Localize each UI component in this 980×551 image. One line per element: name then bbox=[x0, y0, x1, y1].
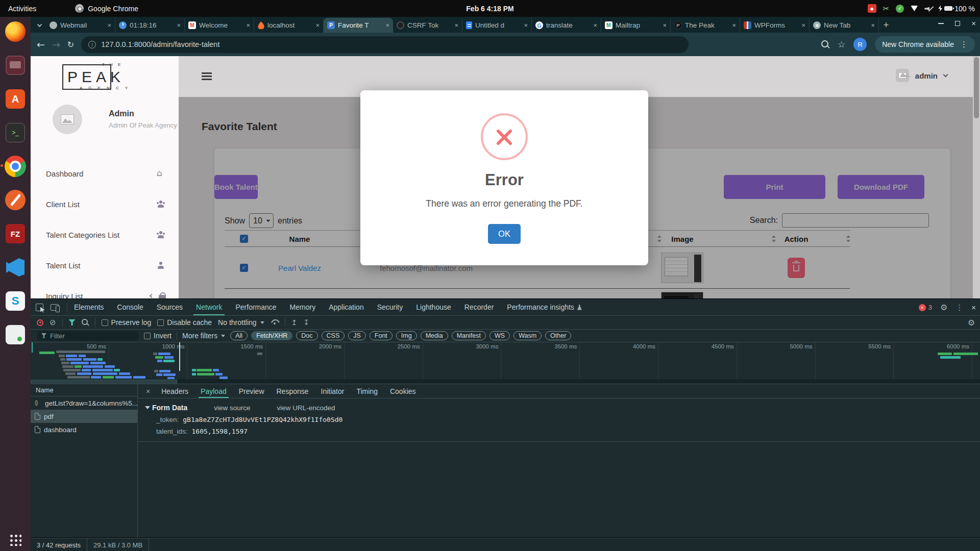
request-type-filter[interactable]: Fetch/XHR bbox=[251, 331, 292, 340]
browser-menu-icon[interactable]: ⋮ bbox=[960, 40, 968, 49]
request-type-filter[interactable]: CSS bbox=[322, 331, 345, 340]
filter-input[interactable] bbox=[50, 332, 127, 340]
request-type-filter[interactable]: Wasm bbox=[513, 331, 542, 340]
dock-item[interactable] bbox=[5, 21, 26, 42]
request-type-filter[interactable]: Manifest bbox=[452, 331, 486, 340]
request-type-filter[interactable]: WS bbox=[489, 331, 510, 340]
record-network-icon[interactable] bbox=[37, 319, 43, 326]
peak-agency-logo[interactable]: T H E PEAK A G E N C Y bbox=[62, 61, 148, 93]
dock-item[interactable] bbox=[5, 223, 26, 244]
filter-input-box[interactable] bbox=[37, 331, 139, 341]
window-close-button[interactable]: × bbox=[971, 19, 976, 27]
new-tab-button[interactable]: + bbox=[879, 18, 893, 32]
request-type-filter[interactable]: All bbox=[230, 331, 248, 340]
filter-icon[interactable] bbox=[69, 319, 76, 325]
export-har-icon[interactable]: ↧ bbox=[303, 318, 309, 327]
browser-tab[interactable]: translate × bbox=[532, 18, 601, 33]
tab-close-icon[interactable]: × bbox=[246, 21, 250, 29]
request-type-filter[interactable]: Img bbox=[396, 331, 417, 340]
tab-close-icon[interactable]: × bbox=[454, 21, 458, 29]
tab-search-button[interactable] bbox=[33, 18, 46, 32]
inspect-element-icon[interactable] bbox=[36, 304, 43, 311]
request-type-filter[interactable]: Font bbox=[370, 331, 393, 340]
devtools-tab[interactable]: Recorder bbox=[458, 299, 501, 315]
form-data-title[interactable]: Form Data bbox=[152, 404, 187, 412]
devtools-settings-icon[interactable]: ⚙ bbox=[940, 303, 947, 312]
page-scrollbar[interactable] bbox=[973, 56, 980, 298]
browser-tab[interactable]: Welcome × bbox=[185, 18, 254, 33]
navbar-user[interactable]: admin bbox=[896, 69, 947, 82]
devtools-tab[interactable]: Sources bbox=[150, 299, 189, 315]
timeline-scrollbar[interactable] bbox=[31, 379, 980, 384]
request-type-filter[interactable]: Other bbox=[545, 331, 571, 340]
sidebar-item[interactable]: Inquiry List bbox=[31, 281, 179, 298]
tab-close-icon[interactable]: × bbox=[177, 21, 181, 29]
tab-close-icon[interactable]: × bbox=[593, 21, 597, 29]
devtools-tab[interactable]: Performance bbox=[229, 299, 283, 315]
request-row[interactable]: dashboard bbox=[31, 423, 137, 436]
sidebar-item[interactable]: Dashboard bbox=[31, 158, 179, 189]
invert-checkbox[interactable]: Invert bbox=[144, 332, 172, 340]
request-list-header[interactable]: Name bbox=[31, 384, 137, 396]
back-button[interactable]: ← bbox=[37, 39, 45, 50]
address-field[interactable]: i 127.0.0.1:8000/admin/favorite-talent bbox=[81, 36, 689, 53]
browser-tab[interactable]: WPForms × bbox=[740, 18, 810, 33]
request-row[interactable]: pdf bbox=[31, 410, 137, 423]
focused-app-indicator[interactable]: Google Chrome bbox=[75, 4, 138, 13]
maximize-button[interactable] bbox=[955, 21, 960, 26]
dock-item[interactable] bbox=[5, 122, 26, 143]
profile-avatar[interactable]: R bbox=[853, 38, 867, 51]
detail-tab[interactable]: Headers bbox=[155, 384, 194, 398]
search-icon[interactable] bbox=[82, 319, 89, 326]
browser-tab[interactable]: Untitled d × bbox=[462, 18, 532, 33]
request-type-filter[interactable]: JS bbox=[348, 331, 366, 340]
tab-close-icon[interactable]: × bbox=[107, 21, 111, 29]
request-type-filter[interactable]: Doc bbox=[296, 331, 317, 340]
ok-button[interactable]: OK bbox=[488, 224, 521, 244]
sidebar-item[interactable]: Talent Categories List bbox=[31, 219, 179, 250]
devtools-close-icon[interactable]: × bbox=[971, 303, 976, 312]
network-conditions-icon[interactable] bbox=[271, 319, 279, 325]
collapse-triangle-icon[interactable] bbox=[145, 406, 150, 409]
detail-tab[interactable]: Payload bbox=[194, 384, 233, 398]
browser-tab[interactable]: Favorite T × bbox=[324, 18, 393, 33]
clear-network-icon[interactable]: ⊘ bbox=[50, 319, 56, 327]
network-overview-timeline[interactable]: 500 ms1000 ms1500 ms2000 ms2500 ms3000 m… bbox=[31, 342, 980, 384]
tab-close-icon[interactable]: × bbox=[385, 21, 389, 29]
minimize-button[interactable] bbox=[938, 23, 944, 24]
view-source-link[interactable]: view source bbox=[214, 404, 250, 412]
tab-close-icon[interactable]: × bbox=[871, 21, 875, 29]
clock[interactable]: Feb 6 4:18 PM bbox=[466, 5, 513, 13]
dock-item[interactable] bbox=[5, 88, 26, 110]
browser-tab[interactable]: CSRF Tok × bbox=[393, 18, 462, 33]
show-applications-button[interactable] bbox=[9, 534, 21, 546]
dock-item[interactable] bbox=[5, 189, 26, 211]
tab-close-icon[interactable]: × bbox=[315, 21, 320, 29]
browser-tab[interactable]: The Peak × bbox=[671, 18, 740, 33]
activities-button[interactable]: Activities bbox=[0, 5, 44, 13]
reload-button[interactable]: ↻ bbox=[67, 40, 74, 49]
browser-tab[interactable]: 01:18:16 × bbox=[115, 18, 185, 33]
tab-close-icon[interactable]: × bbox=[801, 21, 805, 29]
forward-button[interactable]: → bbox=[52, 39, 60, 50]
disable-cache-checkbox[interactable]: Disable cache bbox=[157, 318, 212, 327]
detail-tab[interactable]: Timing bbox=[350, 384, 384, 398]
error-count-badge[interactable]: × 3 bbox=[919, 304, 932, 311]
close-detail-icon[interactable]: × bbox=[141, 387, 155, 395]
devtools-tab[interactable]: Security bbox=[371, 299, 410, 315]
hamburger-menu-icon[interactable] bbox=[202, 72, 212, 74]
tab-close-icon[interactable]: × bbox=[663, 21, 667, 29]
devtools-tab[interactable]: Console bbox=[110, 299, 150, 315]
zoom-icon[interactable] bbox=[821, 40, 829, 48]
detail-tab[interactable]: Preview bbox=[233, 384, 271, 398]
browser-tab[interactable]: Mailtrap × bbox=[601, 18, 671, 33]
device-toolbar-icon[interactable] bbox=[51, 304, 59, 311]
more-filters-button[interactable]: More filters bbox=[182, 332, 225, 340]
devtools-tab[interactable]: Elements bbox=[67, 299, 110, 315]
preserve-log-checkbox[interactable]: Preserve log bbox=[102, 318, 152, 327]
network-settings-icon[interactable]: ⚙ bbox=[968, 318, 975, 328]
tab-close-icon[interactable]: × bbox=[524, 21, 528, 29]
import-har-icon[interactable]: ↥ bbox=[291, 318, 298, 327]
detail-tab[interactable]: Response bbox=[271, 384, 315, 398]
browser-tab[interactable]: Webmail × bbox=[46, 18, 115, 33]
